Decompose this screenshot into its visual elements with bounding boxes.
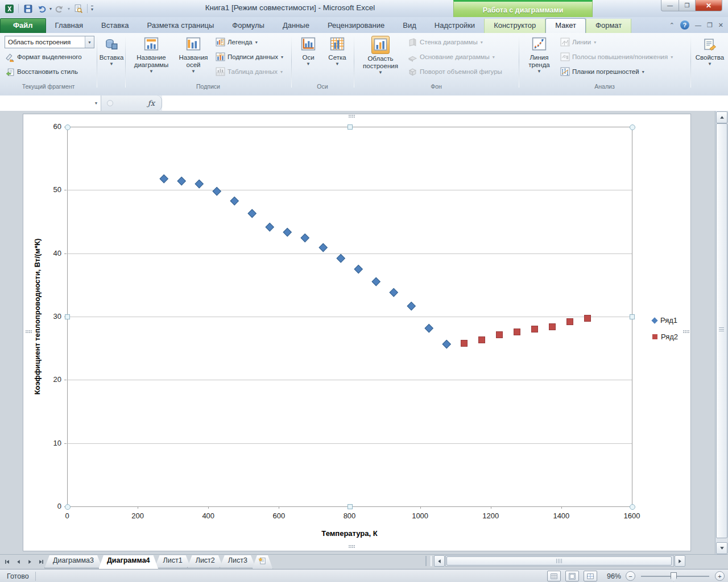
horizontal-scrollbar[interactable] — [425, 555, 685, 567]
vertical-scrollbar[interactable] — [715, 111, 727, 554]
ribbon-tab-надстройки[interactable]: Надстройки — [425, 19, 484, 33]
scroll-down-button[interactable] — [716, 542, 727, 554]
vertical-scroll-thumb[interactable] — [716, 123, 727, 538]
zoom-slider-thumb[interactable] — [671, 572, 677, 581]
ribbon-tab-разметка страницы[interactable]: Разметка страницы — [138, 19, 223, 33]
horizontal-scroll-track[interactable] — [445, 555, 674, 567]
data-labels-button[interactable]: Подписи данных ▾ — [214, 51, 285, 63]
selection-handle[interactable] — [348, 504, 353, 509]
horizontal-scroll-thumb[interactable] — [446, 556, 672, 566]
x-axis-title[interactable]: Температура, К — [316, 529, 384, 538]
tab-split-handle[interactable] — [425, 556, 432, 566]
first-sheet-button[interactable] — [2, 557, 12, 567]
minimize-button[interactable]: — — [661, 0, 679, 11]
formula-bar-grip[interactable] — [107, 100, 113, 106]
workbook-restore-icon[interactable]: ❐ — [707, 22, 713, 29]
data-point-Ряд2[interactable] — [496, 331, 503, 338]
zoom-in-button[interactable]: + — [715, 571, 725, 581]
selection-handle[interactable] — [348, 124, 353, 130]
ribbon-tab-формулы[interactable]: Формулы — [223, 19, 274, 33]
last-sheet-button[interactable] — [36, 557, 46, 567]
gridlines-button[interactable]: Сетка ▼ — [322, 35, 352, 68]
selection-handle[interactable] — [65, 504, 71, 510]
sheet-tab-лист1[interactable]: Лист1 — [155, 555, 191, 568]
ribbon-tab-конструктор[interactable]: Конструктор — [484, 19, 545, 33]
y-axis-tick — [64, 190, 67, 190]
page-break-view-button[interactable] — [584, 571, 597, 581]
sheet-tab-диаграмма3[interactable]: Диаграмма3 — [44, 555, 102, 568]
close-button[interactable]: ✕ — [696, 0, 722, 11]
reset-style-button[interactable]: Восстановить стиль — [3, 65, 80, 78]
print-preview-button[interactable] — [72, 3, 84, 14]
selection-handle[interactable] — [65, 314, 70, 319]
group-labels: Название диаграммы ▼ Названия осей ▼ Лег… — [125, 33, 291, 92]
insert-function-icon[interactable]: ƒx — [148, 99, 155, 107]
error-bars-button[interactable]: Планки погрешностей ▾ — [559, 65, 646, 78]
legend-button[interactable]: Легенда ▾ — [214, 36, 259, 48]
workbook-close-icon[interactable]: ✕ — [718, 22, 723, 29]
undo-button[interactable] — [36, 3, 47, 14]
ribbon-tab-главная[interactable]: Главная — [46, 19, 92, 33]
restore-button[interactable]: ❐ — [679, 0, 696, 11]
sheet-tab-диаграмма4[interactable]: Диаграмма4 — [98, 555, 159, 569]
insert-button[interactable]: Вставка ▼ — [98, 35, 125, 68]
chart-title-button[interactable]: Название диаграммы ▼ — [127, 35, 175, 75]
selection-handle[interactable] — [65, 124, 71, 130]
legend-item-Ряд1[interactable]: Ряд1 — [652, 316, 677, 325]
chart-canvas[interactable]: 0102030405060020040060080010001200140016… — [23, 114, 691, 551]
name-box[interactable]: ▼ — [0, 95, 101, 111]
axis-titles-button[interactable]: Названия осей ▼ — [174, 35, 213, 75]
ribbon-tab-рецензирование[interactable]: Рецензирование — [318, 19, 394, 33]
help-icon[interactable]: ? — [680, 20, 689, 30]
format-selection-button[interactable]: Формат выделенного — [3, 51, 84, 63]
sheet-tab-лист3[interactable]: Лист3 — [220, 555, 256, 568]
data-point-Ряд2[interactable] — [584, 315, 591, 322]
prev-sheet-button[interactable] — [14, 557, 23, 567]
data-point-Ряд2[interactable] — [566, 318, 573, 325]
data-point-Ряд2[interactable] — [514, 329, 520, 335]
data-point-Ряд2[interactable] — [461, 340, 468, 347]
selection-handle[interactable] — [630, 124, 635, 130]
trendline-button[interactable]: Линия тренда ▼ — [522, 35, 556, 75]
y-axis-title[interactable]: Коэффициент теплопроводности, Вт/(м*К) — [33, 239, 42, 395]
scroll-left-button[interactable] — [434, 555, 445, 567]
dropdown-arrow-icon: ▾ — [671, 55, 673, 60]
scroll-up-button[interactable] — [716, 111, 727, 123]
formula-input[interactable] — [162, 95, 728, 111]
selection-handle[interactable] — [630, 314, 635, 319]
ribbon-tab-файл[interactable]: Файл — [0, 18, 46, 33]
workbook-minimize-icon[interactable]: — — [695, 22, 701, 28]
axis-titles-icon — [185, 36, 202, 53]
legend-item-Ряд2[interactable]: Ряд2 — [652, 332, 678, 341]
normal-view-button[interactable] — [547, 571, 561, 581]
axes-button[interactable]: Оси ▼ — [294, 35, 322, 68]
undo-dropdown-arrow-icon[interactable]: ▾ — [49, 6, 52, 11]
data-point-Ряд2[interactable] — [531, 326, 538, 332]
plot-area-button[interactable]: Область построения ▼ — [357, 35, 404, 76]
next-sheet-button[interactable] — [25, 557, 35, 567]
chevron-down-icon[interactable]: ▼ — [92, 95, 101, 111]
scroll-right-button[interactable] — [675, 555, 685, 567]
chart-elements-combobox[interactable]: Область построения ▼ — [5, 36, 94, 48]
ribbon-tab-макет[interactable]: Макет — [545, 18, 586, 33]
zoom-out-button[interactable]: − — [626, 571, 635, 581]
ribbon-tab-формат[interactable]: Формат — [586, 19, 631, 33]
customize-qat-button[interactable]: ▾ — [91, 6, 93, 12]
data-point-Ряд2[interactable] — [549, 323, 556, 330]
minimize-ribbon-icon[interactable]: ⌃ — [669, 22, 675, 29]
properties-button[interactable]: Свойства ▼ — [692, 35, 727, 68]
save-button[interactable] — [22, 3, 34, 14]
ribbon-tab-вставка[interactable]: Вставка — [92, 19, 138, 33]
data-point-Ряд2[interactable] — [478, 336, 485, 343]
selection-handle[interactable] — [630, 504, 635, 510]
page-layout-view-button[interactable] — [565, 571, 579, 581]
sheet-tab-лист2[interactable]: Лист2 — [187, 555, 224, 568]
ribbon-tab-данные[interactable]: Данные — [274, 19, 318, 33]
zoom-slider-track[interactable] — [641, 576, 709, 577]
legend-icon — [216, 38, 225, 47]
x-axis-tick — [561, 506, 562, 509]
plot-area-border[interactable] — [67, 127, 632, 507]
chevron-down-icon[interactable]: ▼ — [85, 36, 94, 48]
excel-logo-icon[interactable] — [3, 3, 15, 14]
ribbon-tab-вид[interactable]: Вид — [394, 19, 425, 33]
